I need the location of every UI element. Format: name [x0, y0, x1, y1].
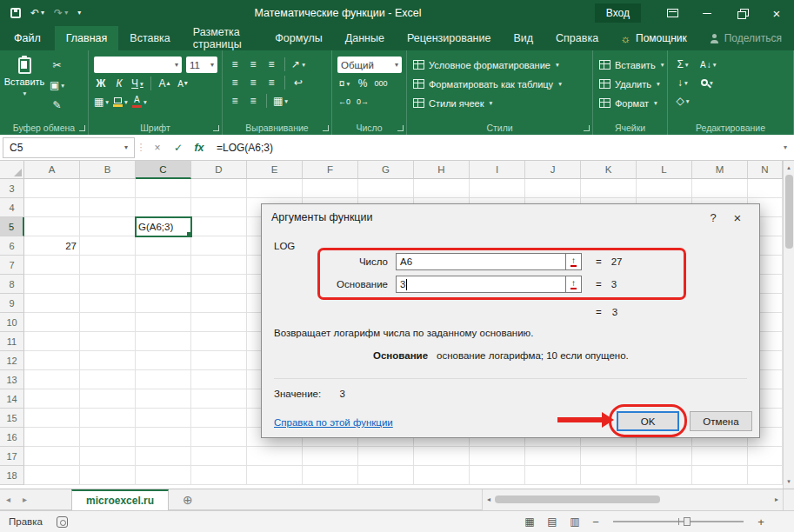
scroll-down-icon[interactable]: ▾	[787, 475, 791, 489]
comma-style-button[interactable]: 000	[374, 76, 388, 91]
row-header-14[interactable]: 14	[0, 389, 24, 409]
function-help-link[interactable]: Справка по этой функции	[274, 417, 393, 428]
format-painter-button[interactable]: ✎	[50, 97, 64, 113]
cell-H18[interactable]	[414, 466, 470, 485]
insert-cells-button[interactable]: Вставить ▾	[599, 57, 662, 73]
decrease-indent-button[interactable]: ≡	[228, 93, 242, 109]
zoom-out-button[interactable]: −	[589, 515, 603, 529]
align-top-button[interactable]: ≡	[228, 57, 242, 72]
sort-filter-button[interactable]: А↓▾	[700, 57, 716, 72]
cell-F3[interactable]	[303, 179, 358, 198]
cell-B3[interactable]	[80, 179, 136, 198]
alignment-dialog-launcher-icon[interactable]	[323, 125, 329, 131]
row-header-3[interactable]: 3	[0, 179, 24, 198]
orientation-button[interactable]: ↗▾	[291, 57, 305, 72]
column-header-H[interactable]: H	[414, 161, 470, 179]
accessibility-icon[interactable]	[57, 516, 68, 528]
cell-D10[interactable]	[191, 313, 247, 332]
italic-button[interactable]: К	[112, 76, 126, 91]
number-arg-input[interactable]: A6	[396, 253, 566, 270]
name-box[interactable]: C5 ▾	[3, 137, 135, 158]
bold-button[interactable]: Ж	[94, 76, 108, 91]
assistant-button[interactable]: ☼ Помощник	[610, 26, 697, 50]
insert-function-button[interactable]: fx	[189, 142, 210, 154]
column-header-J[interactable]: J	[525, 161, 581, 179]
cell-B18[interactable]	[80, 466, 136, 485]
align-middle-button[interactable]: ≡	[246, 57, 260, 72]
cell-C11[interactable]	[136, 332, 191, 351]
row-header-12[interactable]: 12	[0, 351, 24, 370]
cell-L18[interactable]	[637, 466, 692, 485]
align-right-button[interactable]: ≡	[264, 75, 278, 90]
number-dialog-launcher-icon[interactable]	[397, 125, 404, 131]
cell-C18[interactable]	[136, 466, 191, 485]
cell-A9[interactable]	[24, 294, 80, 313]
row-header-10[interactable]: 10	[0, 313, 24, 332]
tab-Рецензирование[interactable]: Рецензирование	[396, 26, 503, 50]
cell-C3[interactable]	[136, 179, 191, 198]
cell-D4[interactable]	[191, 198, 247, 217]
cell-B16[interactable]	[80, 428, 136, 447]
cell-H17[interactable]	[414, 447, 470, 466]
dialog-close-button[interactable]: ×	[725, 210, 750, 225]
cell-D16[interactable]	[191, 428, 247, 447]
zoom-slider[interactable]	[613, 521, 744, 522]
base-arg-input[interactable]: 3	[396, 276, 566, 293]
cell-G18[interactable]	[358, 466, 414, 485]
cell-M17[interactable]	[692, 447, 748, 466]
row-header-6[interactable]: 6	[0, 236, 24, 256]
cell-C13[interactable]	[136, 370, 191, 389]
row-header-13[interactable]: 13	[0, 370, 24, 389]
cell-K18[interactable]	[581, 466, 637, 485]
cell-F17[interactable]	[303, 447, 358, 466]
row-header-4[interactable]: 4	[0, 198, 24, 217]
cell-D14[interactable]	[191, 389, 247, 409]
cell-B4[interactable]	[80, 198, 136, 217]
cell-B10[interactable]	[80, 313, 136, 332]
clear-button[interactable]: ◇▾	[676, 93, 690, 109]
previous-sheet-button[interactable]: ◂	[0, 495, 17, 504]
column-header-A[interactable]: A	[24, 161, 80, 179]
tab-Главная[interactable]: Главная	[55, 26, 119, 50]
cut-button[interactable]: ✂	[50, 57, 64, 73]
cell-C8[interactable]	[136, 275, 191, 294]
column-header-B[interactable]: B	[80, 161, 136, 179]
zoom-in-button[interactable]: +	[754, 515, 768, 529]
cell-L3[interactable]	[637, 179, 692, 198]
tab-Разметка страницы[interactable]: Разметка страницы	[182, 26, 264, 50]
next-sheet-button[interactable]: ▸	[17, 495, 33, 504]
cell-N17[interactable]	[748, 447, 783, 466]
undo-button[interactable]: ↶▾	[30, 7, 44, 19]
cell-I18[interactable]	[470, 466, 525, 485]
row-header-16[interactable]: 16	[0, 428, 24, 447]
cell-C17[interactable]	[136, 447, 191, 466]
row-header-9[interactable]: 9	[0, 294, 24, 313]
cell-B14[interactable]	[80, 389, 136, 409]
cell-I17[interactable]	[470, 447, 525, 466]
cell-C4[interactable]	[136, 198, 191, 217]
row-header-18[interactable]: 18	[0, 466, 24, 485]
row-header-5[interactable]: 5	[0, 217, 24, 236]
cell-G17[interactable]	[358, 447, 414, 466]
cell-D6[interactable]	[191, 236, 247, 256]
share-button[interactable]: Поделиться	[697, 26, 794, 50]
copy-button[interactable]: ▣▾	[50, 77, 64, 93]
cell-C10[interactable]	[136, 313, 191, 332]
tab-Вставка[interactable]: Вставка	[118, 26, 181, 50]
fill-color-button[interactable]: ▾	[113, 94, 128, 110]
row-header-17[interactable]: 17	[0, 447, 24, 466]
cell-E17[interactable]	[247, 447, 303, 466]
increase-indent-button[interactable]: ≡	[246, 93, 260, 109]
cell-A18[interactable]	[24, 466, 80, 485]
cell-M18[interactable]	[692, 466, 748, 485]
restore-button[interactable]	[724, 0, 759, 26]
cell-C6[interactable]	[136, 236, 191, 256]
cell-C16[interactable]	[136, 428, 191, 447]
conditional-formatting-button[interactable]: Условное форматирование ▾	[413, 57, 587, 73]
cell-A13[interactable]	[24, 370, 80, 389]
paste-button[interactable]: Вставить ▾	[4, 54, 44, 113]
autosum-button[interactable]: Σ▾	[676, 57, 690, 72]
tab-Данные[interactable]: Данные	[334, 26, 396, 50]
cell-A4[interactable]	[24, 198, 80, 217]
cell-B12[interactable]	[80, 351, 136, 370]
